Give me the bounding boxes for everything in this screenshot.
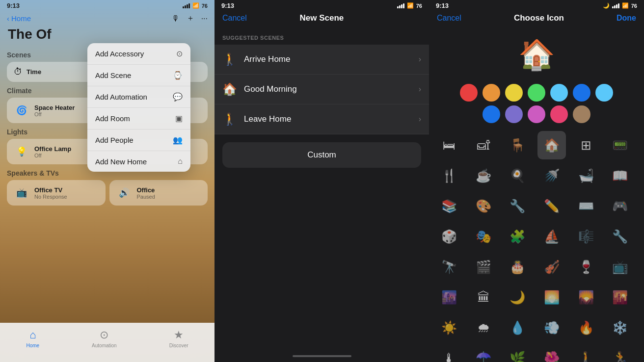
p1-back-chevron: ‹ <box>7 14 9 23</box>
p3-color-purple[interactable] <box>505 105 523 123</box>
p1-lamp-status: Off <box>34 153 71 158</box>
p3-done-button[interactable]: Done <box>617 14 636 23</box>
p3-icon-dusk[interactable]: 🌇 <box>606 283 634 311</box>
p3-icon-fork[interactable]: 🍴 <box>435 161 463 190</box>
p3-icon-sail[interactable]: ⛵ <box>537 222 566 251</box>
p3-icon-masks[interactable]: 🎭 <box>469 222 498 251</box>
p3-icon-umbrella[interactable]: ☂️ <box>469 344 498 362</box>
p1-status-bar: 9:13 📶 76 <box>0 0 215 11</box>
p3-icon-drop[interactable]: 💧 <box>503 313 532 342</box>
p3-icon-fire[interactable]: 🔥 <box>572 313 600 342</box>
p3-icon-flower[interactable]: 🌺 <box>537 344 566 362</box>
p3-color-cyan[interactable] <box>595 84 613 102</box>
p3-icon-keyboard[interactable]: ⌨️ <box>572 192 600 220</box>
p3-icon-rain[interactable]: 🌧 <box>469 313 498 342</box>
p1-menu-add-room[interactable]: Add Room ▣ <box>87 108 190 129</box>
p3-time: 9:13 <box>436 2 449 9</box>
p1-more-icon[interactable]: ··· <box>201 14 208 23</box>
p3-color-green[interactable] <box>528 84 545 102</box>
p1-scene-menu-icon: ⌚ <box>173 71 183 80</box>
p3-icon-grid[interactable]: ⊞ <box>572 131 600 159</box>
p1-tab-discover[interactable]: ★ Discover <box>169 329 188 348</box>
p2-scene-arrive-home[interactable]: 🚶 Arrive Home › <box>215 45 429 75</box>
p1-dropdown-menu: Add Accessory ⊙ Add Scene ⌚ Add Automati… <box>87 43 190 172</box>
p3-icon-preview: 🏠 <box>429 27 644 80</box>
p2-cancel-button[interactable]: Cancel <box>222 14 247 23</box>
p1-tab-automation[interactable]: ⊙ Automation <box>92 329 117 348</box>
p3-icon-leaf[interactable]: 🌿 <box>503 344 532 362</box>
p3-icon-sunrise[interactable]: 🌅 <box>537 283 566 311</box>
p3-icon-house[interactable]: 🏠 <box>537 131 566 159</box>
p3-icon-sofa[interactable]: 🛋 <box>469 131 498 159</box>
p1-tab-automation-label: Automation <box>92 343 117 348</box>
p3-icon-bathtub[interactable]: 🛁 <box>572 161 600 190</box>
p1-back[interactable]: ‹ Home <box>7 14 31 23</box>
p3-icon-tool[interactable]: 🔧 <box>606 222 634 251</box>
p3-color-blue[interactable] <box>483 105 500 123</box>
p2-title: New Scene <box>300 13 344 23</box>
p3-icon-gamepad[interactable]: 🎮 <box>606 192 634 220</box>
p2-custom-button[interactable]: Custom <box>222 142 421 168</box>
p3-status-bar: 9:13 🌙 📶 76 <box>429 0 644 11</box>
p3-icon-walk[interactable]: 🚶 <box>572 344 600 362</box>
p3-icon-shower[interactable]: 🚿 <box>537 161 566 190</box>
p1-tv-text: Office TV No Response <box>34 186 67 200</box>
p3-icon-sunset[interactable]: 🌄 <box>572 283 600 311</box>
p1-menu-add-automation[interactable]: Add Automation 💬 <box>87 86 190 108</box>
p1-mic-icon[interactable]: 🎙 <box>172 14 180 23</box>
p3-icon-bed[interactable]: 🛏 <box>435 131 463 159</box>
p1-menu-add-scene[interactable]: Add Scene ⌚ <box>87 65 190 86</box>
p3-icon-art[interactable]: 🎨 <box>469 192 498 220</box>
p3-icon-snow[interactable]: ❄️ <box>606 313 634 342</box>
p3-icon-pencil[interactable]: ✏️ <box>537 192 566 220</box>
p1-tv-card[interactable]: 📺 Office TV No Response <box>7 180 106 206</box>
p3-icon-puzzle[interactable]: 🧩 <box>503 222 532 251</box>
p3-icon-tv[interactable]: 📺 <box>606 253 634 281</box>
p1-menu-add-home[interactable]: Add New Home ⌂ <box>87 151 190 172</box>
p3-icon-moon[interactable]: 🌙 <box>503 283 532 311</box>
p1-tab-home[interactable]: ⌂ Home <box>26 329 39 348</box>
p3-icon-wind[interactable]: 💨 <box>537 313 566 342</box>
p3-color-red[interactable] <box>460 84 478 102</box>
p3-cancel-button[interactable]: Cancel <box>437 14 461 23</box>
p3-color-magenta[interactable] <box>528 105 545 123</box>
p3-icon-building[interactable]: 🌆 <box>435 283 463 311</box>
p3-icon-device[interactable]: 📟 <box>606 131 634 159</box>
p3-icon-sun[interactable]: ☀️ <box>435 313 463 342</box>
p3-color-pink[interactable] <box>550 105 568 123</box>
p3-color-brown[interactable] <box>573 105 590 123</box>
p3-color-orange[interactable] <box>483 84 500 102</box>
p1-speakers-row: 📺 Office TV No Response 🔊 Office Paused <box>7 180 208 209</box>
p3-color-teal[interactable] <box>550 84 568 102</box>
p3-icon-violin[interactable]: 🎻 <box>537 253 566 281</box>
p2-scene-leave-home[interactable]: 🚶 Leave Home › <box>215 104 429 134</box>
p3-icon-notes[interactable]: 🎼 <box>572 222 600 251</box>
p3-icon-wine[interactable]: 🍷 <box>572 253 600 281</box>
p1-add-button[interactable]: ＋ <box>187 13 194 24</box>
p2-scene-good-morning[interactable]: 🏠 Good Morning › <box>215 75 429 104</box>
p2-status-right: 📶 76 <box>397 2 422 9</box>
p3-color-light-blue[interactable] <box>573 84 590 102</box>
p3-icon-cake[interactable]: 🎂 <box>503 253 532 281</box>
p1-office-name: Office <box>137 186 155 194</box>
p3-icon-temple[interactable]: 🏛 <box>469 283 498 311</box>
p3-icon-binoculars[interactable]: 🔭 <box>435 253 463 281</box>
p3-icon-thermometer[interactable]: 🌡 <box>435 344 463 362</box>
p1-menu-add-people[interactable]: Add People 👥 <box>87 129 190 151</box>
p1-tv-status: No Response <box>34 194 67 200</box>
p3-icon-run[interactable]: 🏃 <box>606 344 634 362</box>
p3-icon-tools[interactable]: 🔧 <box>503 192 532 220</box>
p3-icon-pan[interactable]: 🍳 <box>503 161 532 190</box>
p1-office-card[interactable]: 🔊 Office Paused <box>109 180 208 206</box>
p3-icon-film[interactable]: 🎬 <box>469 253 498 281</box>
p1-menu-add-accessory-label: Add Accessory <box>95 50 144 58</box>
p3-icon-books[interactable]: 📚 <box>435 192 463 220</box>
p3-icon-chair[interactable]: 🪑 <box>503 131 532 159</box>
p3-icon-coffee[interactable]: ☕ <box>469 161 498 190</box>
panel3-choose-icon: 9:13 🌙 📶 76 Cancel Choose Icon Done 🏠 <box>429 0 644 362</box>
p1-menu-add-accessory[interactable]: Add Accessory ⊙ <box>87 43 190 65</box>
p3-color-yellow[interactable] <box>505 84 523 102</box>
p2-signal-icon <box>397 3 404 8</box>
p3-icon-book[interactable]: 📖 <box>606 161 634 190</box>
p3-icon-dice[interactable]: 🎲 <box>435 222 463 251</box>
